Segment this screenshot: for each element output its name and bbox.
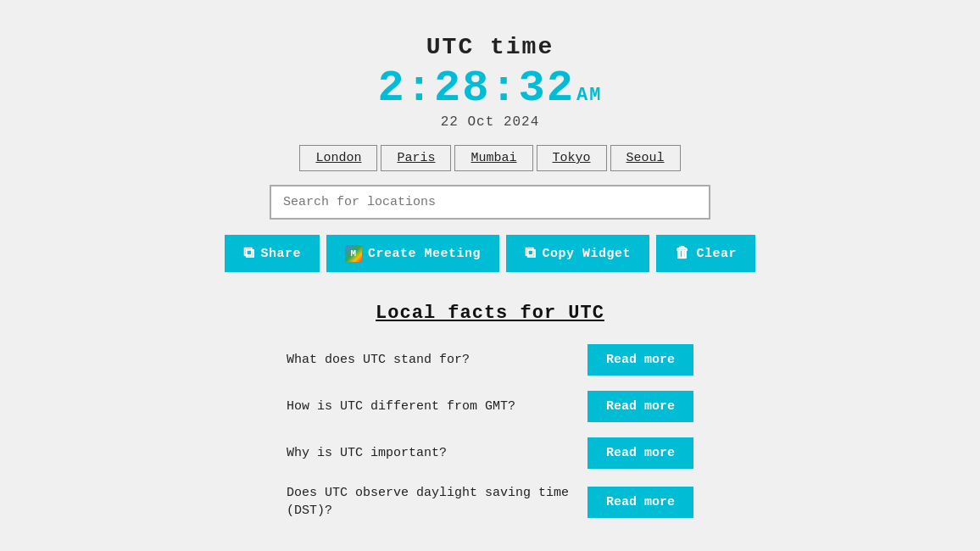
copy-widget-button[interactable]: ⧉ Copy Widget: [506, 235, 649, 272]
clock-time: 2:28:32: [378, 67, 575, 111]
timezone-tabs: London Paris Mumbai Tokyo Seoul: [299, 145, 680, 171]
read-more-button-1[interactable]: Read more: [587, 344, 693, 376]
read-more-button-3[interactable]: Read more: [587, 437, 693, 469]
clock-display: 2:28:32AM: [378, 67, 603, 111]
create-meeting-button[interactable]: M Create Meeting: [326, 235, 499, 272]
search-input[interactable]: [270, 185, 710, 220]
fact-row-4: Does UTC observe daylight saving time (D…: [287, 484, 693, 520]
copy-widget-label: Copy Widget: [543, 247, 632, 261]
share-icon: ⧉: [243, 246, 255, 261]
tz-tab-seoul[interactable]: Seoul: [610, 145, 681, 171]
clock-ampm: AM: [576, 86, 602, 105]
local-facts-title: Local facts for UTC: [287, 303, 693, 324]
share-label: Share: [260, 247, 301, 261]
copy-icon: ⧉: [525, 246, 537, 261]
action-buttons: ⧉ Share M Create Meeting ⧉ Copy Widget 🗑…: [225, 235, 755, 272]
fact-question-4: Does UTC observe daylight saving time (D…: [287, 484, 571, 520]
tz-tab-mumbai[interactable]: Mumbai: [454, 145, 532, 171]
fact-question-3: Why is UTC important?: [287, 444, 571, 462]
local-facts-section: Local facts for UTC What does UTC stand …: [287, 303, 693, 535]
clear-button[interactable]: 🗑 Clear: [656, 235, 755, 272]
tz-tab-paris[interactable]: Paris: [381, 145, 451, 171]
trash-icon: 🗑: [675, 246, 691, 261]
search-container: [270, 185, 710, 220]
share-button[interactable]: ⧉ Share: [225, 235, 320, 272]
read-more-button-2[interactable]: Read more: [587, 391, 693, 422]
create-meeting-label: Create Meeting: [368, 247, 481, 261]
fact-row-1: What does UTC stand for? Read more: [287, 344, 693, 376]
fact-row-2: How is UTC different from GMT? Read more: [287, 391, 693, 422]
date-display: 22 Oct 2024: [441, 114, 540, 130]
tz-tab-tokyo[interactable]: Tokyo: [537, 145, 607, 171]
tz-tab-london[interactable]: London: [299, 145, 377, 171]
read-more-button-4[interactable]: Read more: [587, 487, 693, 518]
fact-question-1: What does UTC stand for?: [287, 351, 571, 369]
fact-row-3: Why is UTC important? Read more: [287, 437, 693, 469]
fact-question-2: How is UTC different from GMT?: [287, 398, 571, 415]
google-meet-icon: M: [345, 245, 362, 262]
page-title: UTC time: [426, 34, 554, 60]
clear-label: Clear: [697, 247, 738, 261]
